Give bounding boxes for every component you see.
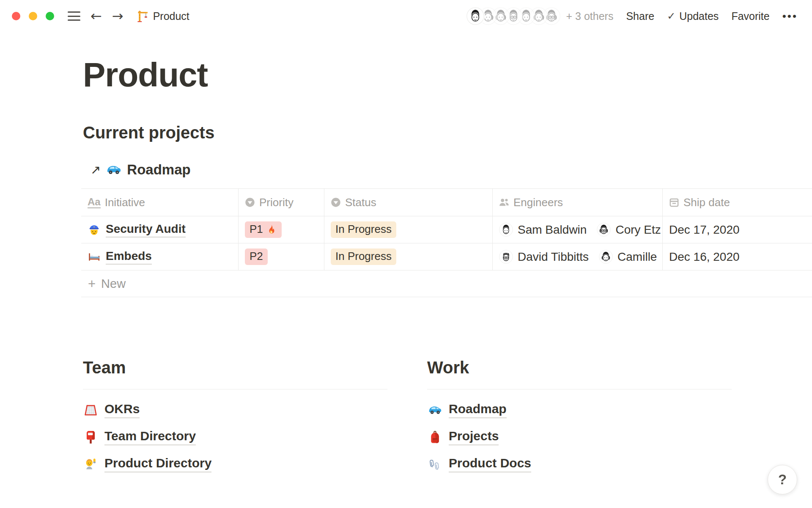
avatar	[597, 223, 611, 237]
more-options-icon[interactable]: •••	[782, 10, 798, 23]
minimize-window-button[interactable]	[29, 12, 37, 20]
status-cell[interactable]: In Progress	[324, 216, 492, 243]
check-icon: ✓	[667, 10, 675, 22]
ship-date-cell[interactable]: Dec 17, 2020	[662, 216, 812, 243]
column-label: Engineers	[513, 196, 563, 209]
avatar[interactable]	[466, 7, 484, 25]
list-item: Product Directory	[83, 450, 387, 478]
engineers-cell[interactable]: Sam Baldwin Cory Etz	[492, 216, 662, 243]
person-name: Sam Baldwin	[518, 223, 587, 237]
postbox-icon	[83, 430, 98, 444]
table-row: Embeds P2 In Progress David Tibbitts Cam…	[81, 243, 812, 271]
engineers-cell[interactable]: David Tibbitts Camille	[492, 243, 662, 270]
flame-icon	[266, 224, 277, 235]
column-header-initiative[interactable]: Aa Initiative	[81, 189, 238, 216]
paperclips-icon	[427, 457, 442, 471]
plus-icon: +	[88, 277, 96, 290]
person-name: Cory Etz	[615, 223, 661, 237]
team-section: Team OKRs Team Directory Product Directo…	[83, 357, 387, 478]
help-button[interactable]: ?	[768, 465, 797, 494]
column-header-ship-date[interactable]: Ship date	[662, 189, 812, 216]
status-badge[interactable]: In Progress	[331, 248, 396, 265]
north-east-arrow-icon: ↗	[91, 163, 101, 177]
page-title: Product	[83, 55, 812, 95]
priority-cell[interactable]: P1	[238, 216, 324, 243]
ship-date-value: Dec 16, 2020	[669, 250, 740, 264]
person-chip[interactable]: Cory Etz	[597, 223, 661, 237]
bed-icon	[88, 250, 101, 263]
goal-net-icon	[83, 403, 98, 417]
roadmap-page-link[interactable]: Roadmap	[449, 402, 507, 418]
status-badge[interactable]: In Progress	[331, 221, 396, 238]
select-property-icon	[245, 197, 255, 207]
list-item: Projects	[427, 423, 732, 450]
initiative-cell: Security Audit	[81, 216, 238, 243]
favorite-button[interactable]: Favorite	[731, 10, 769, 22]
priority-badge[interactable]: P2	[245, 248, 268, 265]
presence-avatars: + 3 others	[466, 7, 614, 25]
priority-label: P1	[250, 223, 263, 236]
list-item: Roadmap	[427, 396, 732, 423]
status-label: In Progress	[335, 223, 392, 236]
avatar	[499, 223, 513, 237]
breadcrumb-label: Product	[153, 10, 189, 22]
sidebar-menu-icon[interactable]	[68, 11, 80, 21]
divider	[427, 389, 732, 389]
current-projects-heading: Current projects	[83, 122, 812, 143]
table-new-row-button[interactable]: + New	[81, 271, 812, 297]
backpack-icon	[427, 430, 442, 444]
updates-button[interactable]: ✓ Updates	[667, 10, 719, 22]
person-chip[interactable]: David Tibbitts	[499, 250, 589, 264]
select-property-icon	[331, 197, 341, 207]
window-controls	[12, 12, 54, 20]
back-arrow-icon[interactable]: ←	[91, 9, 102, 23]
roadmap-table: Aa Initiative Priority Status Engineers …	[81, 188, 812, 297]
person-name: Camille	[617, 250, 657, 264]
priority-cell[interactable]: P2	[238, 243, 324, 270]
avatar	[499, 250, 513, 264]
avatar	[599, 250, 613, 264]
column-label: Ship date	[683, 196, 730, 209]
initiative-page-link[interactable]: Embeds	[106, 249, 152, 265]
column-header-priority[interactable]: Priority	[238, 189, 324, 216]
person-name: David Tibbitts	[518, 250, 589, 264]
breadcrumb[interactable]: Product	[136, 10, 189, 22]
work-section: Work Roadmap Projects Product Docs	[427, 357, 732, 478]
initiative-cell: Embeds	[81, 243, 238, 270]
person-chip[interactable]: Sam Baldwin	[499, 223, 587, 237]
status-cell[interactable]: In Progress	[324, 243, 492, 270]
text-property-icon: Aa	[88, 197, 101, 208]
divider	[83, 389, 387, 389]
column-header-status[interactable]: Status	[324, 189, 492, 216]
linked-database-title[interactable]: ↗ Roadmap	[91, 160, 812, 179]
calendar-property-icon	[669, 197, 679, 207]
list-item: OKRs	[83, 396, 387, 423]
others-count-label[interactable]: + 3 others	[566, 10, 614, 22]
team-directory-page-link[interactable]: Team Directory	[104, 429, 196, 445]
car-icon	[106, 162, 121, 177]
column-label: Initiative	[105, 196, 145, 209]
product-docs-page-link[interactable]: Product Docs	[449, 456, 531, 472]
police-officer-icon	[88, 223, 101, 236]
new-row-label: New	[101, 277, 126, 291]
column-header-engineers[interactable]: Engineers	[492, 189, 662, 216]
initiative-page-link[interactable]: Security Audit	[106, 222, 186, 237]
person-chip[interactable]: Camille	[599, 250, 657, 264]
share-button[interactable]: Share	[626, 10, 654, 22]
updates-label: Updates	[679, 10, 719, 22]
people-property-icon	[499, 197, 509, 207]
forward-arrow-icon[interactable]: →	[112, 9, 123, 23]
projects-page-link[interactable]: Projects	[449, 429, 499, 445]
person-raising-hand-icon	[83, 457, 98, 471]
ship-date-value: Dec 17, 2020	[669, 223, 740, 237]
product-directory-page-link[interactable]: Product Directory	[104, 456, 211, 472]
status-label: In Progress	[335, 250, 392, 263]
okrs-page-link[interactable]: OKRs	[104, 402, 140, 418]
team-heading: Team	[83, 357, 387, 378]
column-label: Priority	[259, 196, 294, 209]
ship-date-cell[interactable]: Dec 16, 2020	[662, 243, 812, 270]
priority-badge[interactable]: P1	[245, 221, 282, 238]
linked-database-label: Roadmap	[127, 162, 190, 178]
zoom-window-button[interactable]	[46, 12, 54, 20]
close-window-button[interactable]	[12, 12, 20, 20]
